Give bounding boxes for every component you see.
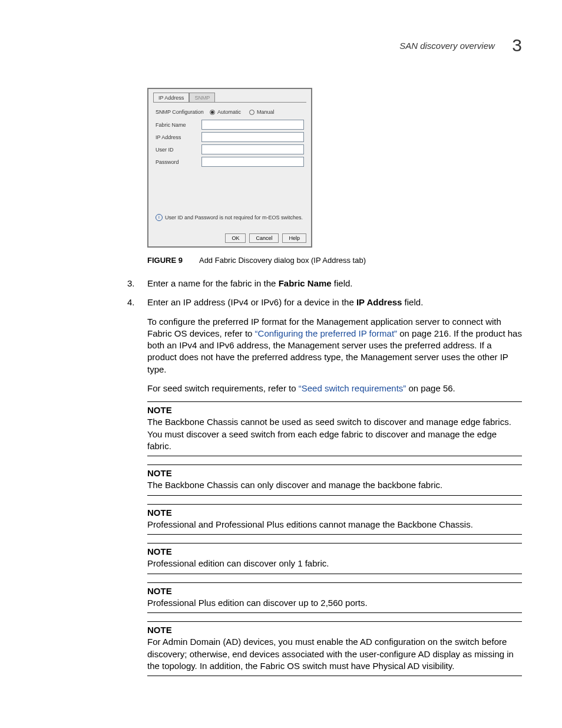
chapter-number: 3: [512, 35, 522, 55]
figure-caption: FIGURE 9Add Fabric Discovery dialog box …: [147, 256, 522, 265]
step-3: Enter a name for the fabric in the Fabri…: [127, 278, 522, 289]
figure-number: FIGURE 9: [147, 256, 183, 265]
radio-automatic[interactable]: [210, 110, 215, 115]
ok-button[interactable]: OK: [225, 233, 246, 243]
password-label: Password: [156, 159, 201, 165]
note-4: NOTE Professional edition can discover o…: [147, 543, 522, 574]
fabric-name-field[interactable]: [201, 120, 304, 130]
cancel-button[interactable]: Cancel: [249, 233, 279, 243]
link-seed-switch-req[interactable]: “Seed switch requirements”: [299, 383, 406, 393]
note-3: NOTE Professional and Professional Plus …: [147, 504, 522, 535]
user-id-field[interactable]: [201, 144, 304, 154]
note-1: NOTE The Backbone Chassis cannot be used…: [147, 401, 522, 456]
radio-manual[interactable]: [249, 110, 254, 115]
password-field[interactable]: [201, 157, 304, 167]
step-4: Enter an IP address (IPv4 or IPv6) for a…: [127, 297, 522, 676]
radio-manual-label: Manual: [257, 109, 275, 115]
add-fabric-dialog: IP Address SNMP SNMP Configuration Autom…: [147, 88, 312, 248]
radio-automatic-label: Automatic: [217, 109, 241, 115]
fabric-name-label: Fabric Name: [156, 122, 201, 128]
ip-address-label: IP Address: [156, 134, 201, 140]
help-button[interactable]: Help: [282, 233, 306, 243]
snmp-config-label: SNMP Configuration: [156, 109, 210, 115]
tab-ip-address[interactable]: IP Address: [153, 93, 189, 103]
info-icon: i: [156, 214, 163, 221]
note-5: NOTE Professional Plus edition can disco…: [147, 582, 522, 614]
tab-snmp[interactable]: SNMP: [189, 93, 215, 103]
info-text: User ID and Password is not required for…: [165, 215, 303, 220]
figure-text: Add Fabric Discovery dialog box (IP Addr…: [199, 256, 366, 265]
ip-address-field[interactable]: [201, 132, 304, 142]
header-title: SAN discovery overview: [399, 41, 495, 51]
page-header: SAN discovery overview 3: [40, 35, 522, 55]
user-id-label: User ID: [156, 147, 201, 153]
link-preferred-ip-format[interactable]: “Configuring the preferred IP format”: [255, 328, 398, 338]
note-2: NOTE The Backbone Chassis can only disco…: [147, 465, 522, 496]
note-6: NOTE For Admin Domain (AD) devices, you …: [147, 621, 522, 676]
